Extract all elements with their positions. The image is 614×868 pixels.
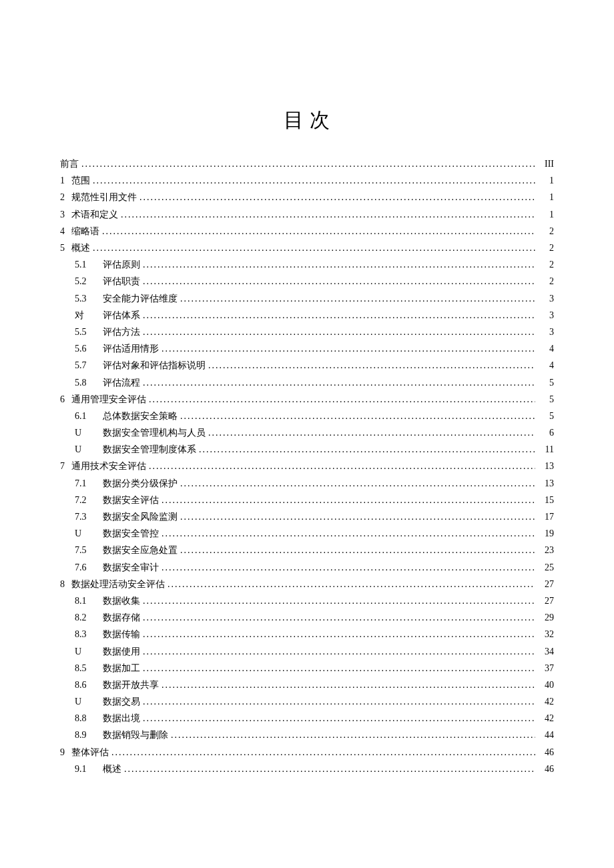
toc-leader-dots — [111, 748, 535, 757]
toc-entry-page: 2 — [538, 227, 554, 236]
toc-entry-number: 8 — [60, 580, 65, 589]
toc-entry-number: 对 — [75, 311, 96, 320]
toc-entry-label: 数据销毁与删除 — [103, 731, 168, 740]
toc-entry-number: U — [75, 445, 96, 454]
toc-entry-label: 评估方法 — [103, 328, 140, 337]
toc-entry-label: 数据存储 — [103, 613, 140, 622]
toc-entry-number: 8.6 — [75, 681, 96, 690]
toc-entry-label: 数据开放共享 — [103, 681, 159, 690]
toc-entry: 8数据处理活动安全评估27 — [60, 580, 554, 589]
toc-entry-label: 数据交易 — [103, 697, 140, 707]
toc-entry-page: 1 — [538, 193, 554, 202]
toc-entry-label: 数据安全风险监测 — [103, 512, 178, 522]
toc-entry-label: 数据安全审计 — [103, 563, 159, 572]
toc-entry-number: 8.1 — [75, 596, 96, 606]
toc-leader-dots — [143, 328, 535, 337]
toc-entry: 7通用技术安全评估13 — [60, 462, 554, 471]
toc-entry: 5.2评估职责2 — [60, 277, 554, 286]
toc-entry-label: 整体评估 — [71, 748, 109, 757]
toc-leader-dots — [143, 630, 535, 639]
toc-entry-label: 数据收集 — [103, 596, 140, 606]
toc-entry-label: 评估流程 — [103, 378, 140, 388]
toc-entry-page: 1 — [538, 176, 554, 185]
toc-entry: U数据交易42 — [60, 697, 554, 707]
toc-entry: 7.1数据分类分级保护13 — [60, 479, 554, 488]
toc-leader-dots — [208, 361, 535, 370]
toc-leader-dots — [143, 277, 535, 286]
toc-entry-label: 术语和定义 — [71, 210, 118, 220]
toc-entry: 5.5评估方法3 — [60, 328, 554, 337]
toc-entry-page: 2 — [538, 244, 554, 253]
toc-entry-number: U — [75, 647, 96, 657]
toc-entry-label: 评估体系 — [103, 311, 140, 320]
toc-entry-page: 27 — [538, 580, 554, 589]
toc-entry-number: U — [75, 428, 96, 438]
toc-entry-page: 32 — [538, 630, 554, 639]
toc-entry-number: 5.1 — [75, 260, 96, 270]
toc-entry-label: 概述 — [103, 765, 121, 774]
toc-entry: 5.7评估对象和评估指标说明4 — [60, 361, 554, 370]
toc-entry-number: 9 — [60, 748, 65, 757]
toc-entry: 8.6数据开放共享40 — [60, 681, 554, 690]
toc-entry-page: 3 — [538, 311, 554, 320]
toc-entry: 3术语和定义1 — [60, 210, 554, 220]
toc-entry-number: 7 — [60, 462, 65, 471]
toc-leader-dots — [124, 765, 535, 774]
toc-entry-number: 7.5 — [75, 546, 96, 555]
toc-entry-label: 数据安全管理制度体系 — [103, 445, 196, 454]
toc-entry-label: 数据安全管控 — [103, 529, 159, 538]
toc-entry-number: 8.5 — [75, 664, 96, 673]
toc-entry-page: 23 — [538, 546, 554, 555]
toc-entry-page: 6 — [538, 428, 554, 438]
toc-entry-label: 数据传输 — [103, 630, 140, 639]
toc-entry: 9.1概述46 — [60, 765, 554, 774]
toc-leader-dots — [143, 647, 535, 657]
toc-entry: 8.8数据出境42 — [60, 714, 554, 723]
toc-entry: 5.1评估原则2 — [60, 260, 554, 270]
toc-leader-dots — [180, 479, 535, 488]
toc-leader-dots — [162, 344, 535, 354]
toc-entry-page: 13 — [538, 462, 554, 471]
toc-entry-number: 8.8 — [75, 714, 96, 723]
toc-entry-number: 7.1 — [75, 479, 96, 488]
toc-entry: 5.6评估适用情形4 — [60, 344, 554, 354]
toc-entry-label: 安全能力评估维度 — [103, 294, 178, 304]
toc-entry: 8.5数据加工37 — [60, 664, 554, 673]
toc-entry: 5概述2 — [60, 244, 554, 253]
toc-entry-label: 数据分类分级保护 — [103, 479, 178, 488]
toc-entry-page: 2 — [538, 260, 554, 270]
toc-entry-page: 13 — [538, 479, 554, 488]
toc-entry-label: 评估对象和评估指标说明 — [103, 361, 206, 370]
toc-leader-dots — [143, 596, 535, 606]
toc-entry-number: 5.2 — [75, 277, 96, 286]
toc-entry: 7.2数据安全评估15 — [60, 496, 554, 505]
toc-entry-page: 44 — [538, 731, 554, 740]
toc-entry: 2规范性引用文件1 — [60, 193, 554, 202]
toc-entry: 前言III — [60, 159, 554, 169]
toc-entry: 7.5数据安全应急处置23 — [60, 546, 554, 555]
toc-leader-dots — [143, 311, 535, 320]
toc-entry-page: 5 — [538, 395, 554, 404]
toc-entry-label: 评估原则 — [103, 260, 140, 270]
toc-entry-number: 1 — [60, 176, 65, 185]
toc-entry-number: 6.1 — [75, 412, 96, 421]
toc-entry-page: 37 — [538, 664, 554, 673]
toc-entry-page: 42 — [538, 714, 554, 723]
toc-entry-page: 11 — [538, 445, 554, 454]
toc-entry-page: III — [538, 159, 554, 169]
page-title: 目 次 — [60, 107, 554, 134]
document-page: 目 次 前言III1范围12规范性引用文件13术语和定义14缩略语25概述25.… — [0, 0, 614, 868]
toc-entry-number: 3 — [60, 210, 65, 220]
toc-leader-dots — [180, 294, 535, 304]
toc-entry-page: 42 — [538, 697, 554, 707]
toc-leader-dots — [180, 412, 535, 421]
toc-entry-page: 34 — [538, 647, 554, 657]
toc-entry-number: 9.1 — [75, 765, 96, 774]
toc-leader-dots — [168, 580, 535, 589]
toc-leader-dots — [93, 176, 535, 185]
toc-entry: 5.8评估流程5 — [60, 378, 554, 388]
toc-entry-number: 5.6 — [75, 344, 96, 354]
toc-entry-number: U — [75, 529, 96, 538]
toc-leader-dots — [162, 529, 535, 538]
toc-entry-label: 数据安全应急处置 — [103, 546, 178, 555]
